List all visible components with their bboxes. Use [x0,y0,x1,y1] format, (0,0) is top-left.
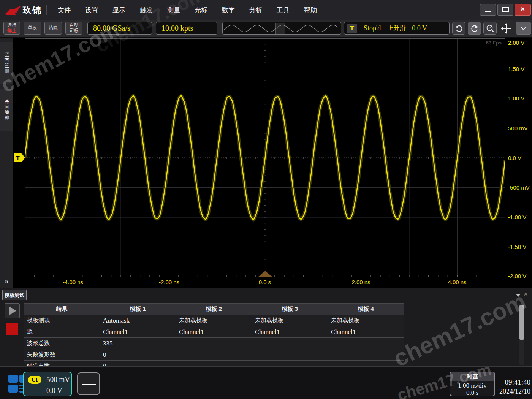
main-menu: 文件 设置 显示 触发 测量 光标 数学 分析 工具 帮助 [58,0,317,20]
brand-name: 玖锦 [23,5,42,16]
table-cell: 0 [100,349,176,361]
mask-stop-button[interactable] [6,323,18,335]
x-tick-label: 4.00 ns [448,279,466,285]
panel-close-icon[interactable]: × [524,290,528,298]
trigger-position-marker[interactable] [258,271,272,277]
row-label: 波形总数 [24,338,100,349]
autoscale-label1: 自动 [70,23,79,28]
close-button[interactable]: × [515,4,531,16]
table-cell: 0 [100,361,176,366]
col-header-mask3: 模板 3 [252,304,328,315]
menu-bar: 玖锦 文件 设置 显示 触发 测量 光标 数学 分析 工具 帮助 × [0,0,532,20]
minimize-button[interactable] [480,4,496,16]
toolbar: 运行 停止 单次 清除 自动 定标 80.00 GSa/s 10.00 kpts… [0,20,532,38]
table-cell [252,338,328,349]
y-tick-label: 1.50 V [508,66,524,72]
y-tick-label: -1.00 V [508,214,526,220]
run-stop-button[interactable]: 运行 停止 [3,22,20,35]
table-cell [176,338,252,349]
trigger-level-marker[interactable]: T [14,153,25,162]
table-cell: 未加载模板 [252,315,328,326]
timebase-button[interactable]: 时基 1.00 ns/div 0.0 s [450,372,495,396]
menu-separator [46,5,47,15]
table-cell: 335 [100,338,176,349]
col-header-mask1: 模板 1 [100,304,176,315]
panel-collapse-icon[interactable] [516,294,521,297]
sample-rate-field[interactable]: 80.00 GSa/s [87,22,152,35]
redo-icon [470,25,479,32]
waveform-preview-icon [224,23,338,34]
table-cell: 未加载模板 [328,315,404,326]
toolbar-expand-button[interactable] [516,22,531,35]
waveform-preview[interactable] [222,22,341,35]
trigger-status-box[interactable]: T Stop'd 上升沿 0.0 V [344,22,450,35]
menu-trigger[interactable]: 触发 [140,6,153,14]
autoscale-button[interactable]: 自动 定标 [65,22,82,35]
channel-c1-button[interactable]: C1 500 mV 0.0 V [23,372,72,396]
y-tick-label: 500 mV [508,125,528,131]
tab-vertical-measure[interactable]: 垂直测量 [0,89,13,131]
table-cell [328,338,404,349]
pan-move-icon [501,23,511,34]
sidebar-expand-icon[interactable]: » [0,278,13,285]
waveform-plot[interactable] [25,38,505,277]
mask-test-panel: 模板测试 × 结果 模板 1 模板 2 模板 3 模板 4 模板测试 Autom… [0,288,532,366]
pan-button[interactable] [499,22,513,35]
table-scrollbar-thumb[interactable] [519,305,524,340]
y-tick-label: -1.50 V [508,244,526,250]
channel-c1-badge: C1 [28,376,41,384]
channel-c1-offset: 0.0 V [39,386,70,395]
table-cell: Automask [100,315,176,326]
maximize-button[interactable] [497,4,513,16]
table-cell: Channel1 [328,326,404,338]
trigger-t-button[interactable]: T [347,24,357,33]
timebase-title: 时基 [450,372,494,381]
table-scrollbar[interactable] [519,304,524,365]
tab-time-measure[interactable]: 时间测量 [0,42,13,84]
zoom-button[interactable]: Z [483,22,497,35]
oscilloscope-app: 玖锦 文件 设置 显示 触发 测量 光标 数学 分析 工具 帮助 × 运行 停止 [0,0,532,399]
menu-tools[interactable]: 工具 [277,6,290,14]
y-tick-label: -500 mV [508,184,530,191]
trigger-level: 0.0 V [412,24,427,32]
table-cell: Channel1 [100,326,176,338]
mask-run-button[interactable] [5,303,20,318]
menu-display[interactable]: 显示 [112,6,125,14]
undo-icon [455,25,463,32]
single-button[interactable]: 单次 [24,22,41,35]
x-tick-label: -4.00 ns [63,279,83,285]
play-icon [10,307,16,315]
x-tick-label: -2.00 ns [159,279,179,285]
col-header-mask2: 模板 2 [176,304,252,315]
menu-setup[interactable]: 设置 [85,6,98,14]
menu-cursor[interactable]: 光标 [195,6,207,14]
clear-button[interactable]: 清除 [44,22,62,35]
undo-button[interactable] [452,22,466,35]
minimize-icon [485,11,491,12]
menu-math[interactable]: 数学 [222,6,235,14]
clear-label: 清除 [49,25,58,31]
record-length-field[interactable]: 10.00 kpts [156,22,217,35]
y-tick-label: 1.00 V [508,95,524,101]
table-cell [252,361,328,366]
brand-logo-icon [5,4,22,16]
row-label: 模板测试 [24,315,100,326]
tab-mask-test[interactable]: 模板测试 [2,290,27,300]
menu-analysis[interactable]: 分析 [249,6,262,14]
menu-help[interactable]: 帮助 [304,6,317,14]
row-label: 触发点数 [24,361,100,366]
single-label: 单次 [28,25,37,31]
table-cell [176,361,252,366]
redo-button[interactable] [468,22,481,35]
left-sidebar: 时间测量 垂直测量 » [0,38,13,288]
mask-result-table: 结果 模板 1 模板 2 模板 3 模板 4 模板测试 Automask 未加载… [24,303,404,366]
add-channel-button[interactable] [77,372,100,395]
clock-time: 09:41:40 [490,378,530,386]
trigger-status: Stop'd [364,24,381,32]
clock-date: 2024/12/10 [490,388,530,396]
menu-file[interactable]: 文件 [58,6,71,14]
x-tick-label: 2.00 ns [352,279,370,285]
chevron-down-icon [520,26,527,30]
timebase-scale: 1.00 ns/div [450,382,494,390]
menu-measure[interactable]: 测量 [167,6,180,14]
